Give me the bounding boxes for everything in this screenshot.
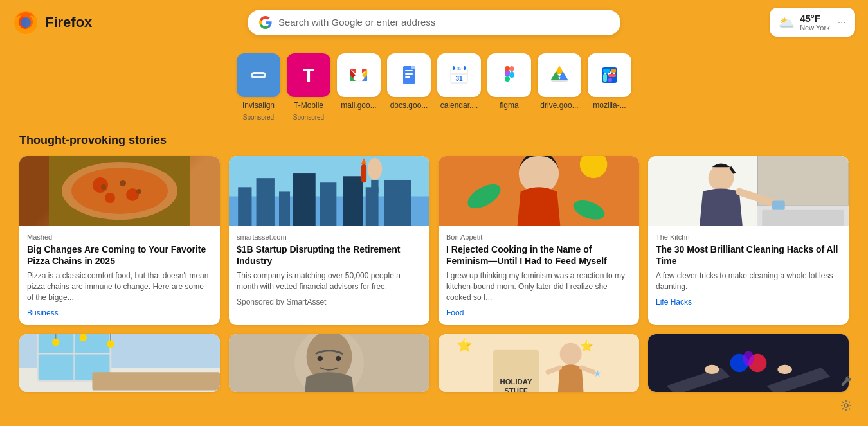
shortcut-tmobile-sponsored: Sponsored xyxy=(293,114,324,121)
story-image-feminism xyxy=(439,156,639,226)
weather-more-button[interactable]: ··· xyxy=(838,17,846,28)
svg-point-87 xyxy=(318,355,323,361)
story-card-bottom-0[interactable] xyxy=(19,334,220,392)
story-card-bottom-3[interactable] xyxy=(648,334,849,392)
story-card-startup[interactable]: smartasset.com $1B Startup Disrupting th… xyxy=(229,156,429,325)
svg-rect-47 xyxy=(238,187,251,226)
story-content-cleaning: The Kitchn The 30 Most Brilliant Cleanin… xyxy=(648,226,849,314)
stories-section: Thought-provoking stories Mashed xyxy=(0,134,868,392)
story-card-feminism[interactable]: Bon Appétit I Rejected Cooking in the Na… xyxy=(439,156,639,325)
svg-rect-56 xyxy=(371,180,378,193)
shortcut-figma[interactable]: figma xyxy=(487,53,531,121)
svg-rect-49 xyxy=(279,191,290,226)
story-image-cleaning xyxy=(648,156,849,226)
story-source-feminism: Bon Appétit xyxy=(446,233,631,241)
svg-point-42 xyxy=(101,184,106,190)
shortcut-gmail-label: mail.goo... xyxy=(341,101,376,110)
svg-point-39 xyxy=(93,177,108,193)
story-source-startup: smartasset.com xyxy=(237,233,422,241)
invisalign-icon xyxy=(237,53,280,97)
svg-point-1 xyxy=(21,17,31,28)
shortcut-tmobile[interactable]: T T-Mobile Sponsored xyxy=(287,53,330,121)
story-title-cleaning: The 30 Most Brilliant Cleaning Hacks of … xyxy=(656,244,841,267)
svg-text:HOLIDAY: HOLIDAY xyxy=(500,377,532,385)
search-bar-container: Search with Google or enter address xyxy=(248,10,620,35)
svg-rect-52 xyxy=(343,176,363,226)
stories-grid-bottom: HOLIDAY STUFF ⭐ ⭐ ★ xyxy=(19,334,849,392)
story-title-startup: $1B Startup Disrupting the Retirement In… xyxy=(237,244,422,267)
story-tag-startup[interactable]: Sponsored by SmartAsset xyxy=(237,297,422,306)
svg-point-99 xyxy=(777,365,792,374)
svg-rect-90 xyxy=(493,349,539,391)
svg-rect-24 xyxy=(505,76,510,82)
shortcuts-bar: Invisalign Sponsored T T-Mobile Sponsore… xyxy=(0,44,868,134)
svg-rect-21 xyxy=(510,66,514,71)
weather-info: 45°F New York xyxy=(800,13,829,31)
svg-point-102 xyxy=(743,351,754,366)
story-tag-cleaning[interactable]: Life Hacks xyxy=(656,297,841,306)
svg-rect-83 xyxy=(92,372,220,390)
weather-icon: 🌥️ xyxy=(779,15,795,30)
logo-area: Firefox xyxy=(13,10,92,35)
story-content-feminism: Bon Appétit I Rejected Cooking in the Na… xyxy=(439,226,639,325)
svg-rect-14 xyxy=(451,71,467,74)
story-tag-feminism[interactable]: Food xyxy=(446,308,631,317)
svg-rect-66 xyxy=(757,156,849,206)
svg-point-44 xyxy=(136,189,141,194)
story-excerpt-startup: This company is matching over 50,000 peo… xyxy=(237,271,422,292)
svg-marker-29 xyxy=(556,66,563,72)
story-card-pizza[interactable]: Mashed Big Changes Are Coming to Your Fa… xyxy=(19,156,220,325)
app-title: Firefox xyxy=(45,14,92,31)
svg-point-103 xyxy=(844,404,848,407)
story-card-bottom-1[interactable] xyxy=(229,334,429,392)
shortcut-calendar[interactable]: 31 31 calendar.... xyxy=(437,53,481,121)
shortcut-docs[interactable]: docs.goo... xyxy=(387,53,431,121)
svg-rect-35 xyxy=(608,78,612,82)
shortcut-drive[interactable]: drive.goo... xyxy=(538,53,581,121)
svg-rect-17 xyxy=(453,66,455,70)
story-title-pizza: Big Changes Are Coming to Your Favorite … xyxy=(27,244,212,267)
svg-rect-4 xyxy=(253,74,264,76)
story-card-bottom-2[interactable]: HOLIDAY STUFF ⭐ ⭐ ★ xyxy=(439,334,639,392)
story-content-startup: smartasset.com $1B Startup Disrupting th… xyxy=(229,226,429,314)
svg-rect-32 xyxy=(611,69,616,73)
story-tag-pizza[interactable]: Business xyxy=(27,308,212,317)
shortcut-gmail[interactable]: mail.goo... xyxy=(337,53,381,121)
story-source-cleaning: The Kitchn xyxy=(656,233,841,241)
svg-rect-9 xyxy=(405,73,413,75)
story-excerpt-cleaning: A few clever tricks to make cleaning a w… xyxy=(656,271,841,292)
svg-text:⭐: ⭐ xyxy=(580,339,594,352)
svg-rect-10 xyxy=(405,76,410,78)
weather-temp: 45°F xyxy=(800,13,829,24)
wrench-icon[interactable] xyxy=(837,372,855,390)
calendar-icon: 31 31 xyxy=(437,53,481,97)
shortcut-invisalign[interactable]: Invisalign Sponsored xyxy=(237,53,280,121)
gmail-icon xyxy=(337,53,381,97)
header: Firefox Search with Google or enter addr… xyxy=(0,0,868,44)
story-card-cleaning[interactable]: The Kitchn The 30 Most Brilliant Cleanin… xyxy=(648,156,849,325)
svg-text:31: 31 xyxy=(457,67,461,71)
svg-point-80 xyxy=(80,334,87,341)
svg-rect-51 xyxy=(320,182,337,226)
svg-rect-57 xyxy=(361,164,367,182)
shortcut-invisalign-sponsored: Sponsored xyxy=(243,114,274,121)
settings-icon[interactable] xyxy=(837,396,855,414)
svg-rect-34 xyxy=(608,74,616,77)
shortcut-tmobile-label: T-Mobile xyxy=(294,101,323,110)
shortcut-figma-label: figma xyxy=(500,101,518,110)
shortcut-mozilla[interactable]: mozilla-... xyxy=(588,53,631,121)
svg-rect-22 xyxy=(505,71,510,76)
svg-rect-69 xyxy=(762,210,844,226)
shortcut-mozilla-label: mozilla-... xyxy=(593,101,626,110)
svg-rect-8 xyxy=(405,70,413,71)
svg-point-96 xyxy=(560,343,582,365)
svg-rect-54 xyxy=(384,180,411,226)
shortcut-docs-label: docs.goo... xyxy=(390,101,428,110)
svg-text:⭐: ⭐ xyxy=(457,337,473,352)
stories-grid: Mashed Big Changes Are Coming to Your Fa… xyxy=(19,156,849,325)
shortcut-invisalign-label: Invisalign xyxy=(242,101,275,110)
stories-title: Thought-provoking stories xyxy=(19,134,849,147)
svg-point-38 xyxy=(71,168,168,214)
search-bar[interactable]: Search with Google or enter address xyxy=(248,10,620,35)
svg-rect-53 xyxy=(366,187,379,226)
